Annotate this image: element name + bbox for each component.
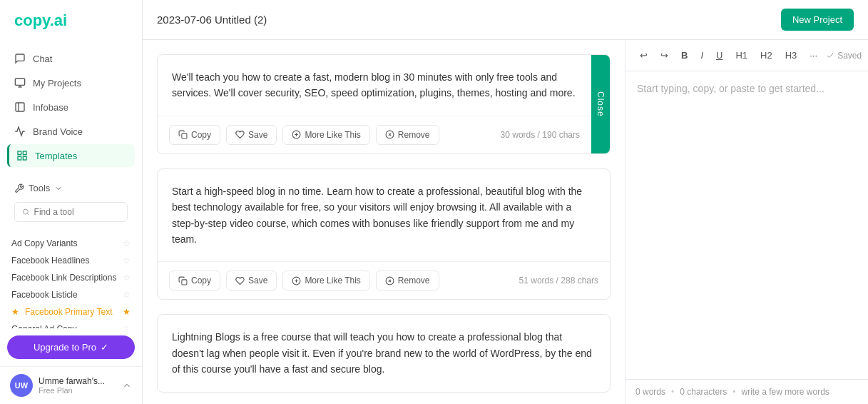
- sidebar-item-chat[interactable]: Chat: [7, 47, 135, 70]
- svg-rect-0: [15, 79, 24, 85]
- projects-icon: [14, 77, 26, 89]
- tools-icon: [14, 183, 24, 193]
- redo-button[interactable]: ↪: [656, 47, 673, 64]
- svg-rect-7: [18, 156, 21, 160]
- tool-label: Ad Copy Variants: [11, 238, 78, 248]
- svg-rect-6: [23, 151, 26, 155]
- tool-search[interactable]: [14, 202, 128, 222]
- remove-icon: [385, 276, 394, 286]
- saved-indicator: Saved: [826, 51, 862, 61]
- sidebar-item-infobase[interactable]: Infobase: [7, 96, 135, 118]
- tools-header[interactable]: Tools: [7, 178, 135, 198]
- svg-rect-18: [182, 280, 187, 285]
- h1-button[interactable]: H1: [731, 47, 752, 64]
- result-text-2: Start a high-speed blog in no time. Lear…: [158, 169, 610, 262]
- copy-label: Copy: [191, 276, 211, 286]
- word-count-2: 51 words / 288 chars: [519, 276, 598, 286]
- star-icon[interactable]: ☆: [123, 256, 131, 266]
- sidebar-item-templates[interactable]: Templates: [7, 144, 135, 167]
- chevron-up-down-icon: [122, 380, 132, 390]
- heart-icon: [235, 276, 245, 286]
- result-text-3: Lightning Blogs is a free course that wi…: [158, 315, 610, 391]
- svg-rect-3: [16, 103, 24, 111]
- editor-footer: 0 words • 0 characters • write a few mor…: [626, 379, 868, 404]
- tool-label: ★ Facebook Primary Text: [11, 307, 113, 317]
- save-button-1[interactable]: Save: [226, 125, 277, 145]
- word-count-1: 30 words / 190 chars: [501, 130, 580, 140]
- redo-icon: ↪: [660, 50, 668, 61]
- logo-accent: .ai: [50, 11, 67, 29]
- avatar: UW: [10, 374, 33, 397]
- star-icon[interactable]: ☆: [123, 324, 131, 328]
- result-actions-1: Copy Save More Like This Remove: [158, 116, 591, 153]
- user-profile[interactable]: UW Umme farwah's... Free Plan: [0, 366, 142, 404]
- brand-icon: [14, 126, 26, 137]
- remove-button-1[interactable]: Remove: [376, 125, 439, 145]
- tool-item-facebook-headlines[interactable]: Facebook Headlines ☆: [6, 252, 136, 269]
- check-icon: ✓: [101, 342, 108, 353]
- star-icon[interactable]: ☆: [123, 273, 131, 283]
- sidebar-item-templates-label: Templates: [35, 151, 77, 161]
- italic-button[interactable]: I: [696, 47, 708, 64]
- copy-button-1[interactable]: Copy: [169, 125, 220, 145]
- h3-button[interactable]: H3: [781, 47, 802, 64]
- saved-label: Saved: [837, 51, 862, 61]
- tool-item-ad-copy-variants[interactable]: Ad Copy Variants ☆: [6, 235, 136, 252]
- tool-label: Facebook Headlines: [11, 256, 89, 266]
- chevron-down-icon: [54, 184, 63, 193]
- remove-button-2[interactable]: Remove: [376, 271, 439, 291]
- star-filled-icon: ★: [11, 307, 19, 317]
- user-plan: Free Plan: [39, 386, 116, 395]
- result-text-1: We'll teach you how to create a fast, mo…: [158, 55, 591, 116]
- tools-section: Tools: [0, 173, 142, 232]
- results-panel: We'll teach you how to create a fast, mo…: [143, 40, 626, 404]
- sidebar-item-my-projects[interactable]: My Projects: [7, 71, 135, 94]
- tool-item-facebook-listicle[interactable]: Facebook Listicle ☆: [6, 286, 136, 303]
- more-like-this-button-1[interactable]: More Like This: [282, 125, 369, 145]
- tools-label: Tools: [29, 183, 50, 193]
- logo-text: copy: [14, 11, 50, 29]
- more-like-this-label: More Like This: [305, 130, 360, 140]
- star-icon[interactable]: ☆: [123, 290, 131, 300]
- sidebar: copy.ai Chat My Projects Infobase Brand …: [0, 0, 143, 404]
- h2-button[interactable]: H2: [756, 47, 777, 64]
- sidebar-item-brand-voice[interactable]: Brand Voice: [7, 120, 135, 143]
- content-area: We'll teach you how to create a fast, mo…: [143, 40, 868, 404]
- result-card-inner: We'll teach you how to create a fast, mo…: [158, 55, 591, 153]
- star-icon[interactable]: ★: [123, 307, 131, 317]
- new-project-button[interactable]: New Project: [781, 9, 854, 31]
- remove-label: Remove: [398, 276, 430, 286]
- copy-button-2[interactable]: Copy: [169, 271, 220, 291]
- check-icon: [826, 51, 834, 60]
- chat-icon: [14, 53, 26, 64]
- tool-item-facebook-primary[interactable]: ★ Facebook Primary Text ★: [6, 303, 136, 320]
- tool-item-facebook-link[interactable]: Facebook Link Descriptions ☆: [6, 269, 136, 286]
- editor-body[interactable]: Start typing, copy, or paste to get star…: [626, 71, 868, 379]
- plus-circle-icon: [292, 276, 301, 286]
- tool-name: Facebook Primary Text: [25, 307, 113, 317]
- result-actions-2: Copy Save More Like This Remove 51 wor: [158, 261, 610, 299]
- underline-button[interactable]: U: [712, 47, 727, 64]
- svg-point-9: [23, 209, 28, 214]
- bold-button[interactable]: B: [677, 47, 692, 64]
- upgrade-label: Upgrade to Pro: [34, 342, 96, 353]
- editor-toolbar: ↩ ↪ B I U H1 H2 H3 ··· Saved: [626, 40, 868, 71]
- sidebar-item-my-projects-label: My Projects: [33, 78, 81, 89]
- more-like-this-button-2[interactable]: More Like This: [282, 271, 369, 291]
- sidebar-item-infobase-label: Infobase: [33, 102, 68, 113]
- dot-separator-1: •: [671, 387, 674, 397]
- star-icon[interactable]: ☆: [123, 238, 131, 248]
- sidebar-item-brand-voice-label: Brand Voice: [33, 126, 83, 137]
- save-label: Save: [248, 276, 267, 286]
- close-label: Close: [596, 91, 606, 117]
- search-input[interactable]: [34, 207, 120, 217]
- more-toolbar-button[interactable]: ···: [805, 47, 822, 64]
- result-card-3: Lightning Blogs is a free course that wi…: [157, 314, 611, 392]
- undo-button[interactable]: ↩: [635, 47, 652, 64]
- more-like-this-label: More Like This: [305, 276, 360, 286]
- tool-item-general-ad-copy[interactable]: General Ad Copy ☆: [6, 320, 136, 328]
- upgrade-button[interactable]: Upgrade to Pro ✓: [7, 335, 135, 359]
- result-card-2: Start a high-speed blog in no time. Lear…: [157, 168, 611, 301]
- close-tab[interactable]: Close: [591, 55, 610, 153]
- save-button-2[interactable]: Save: [226, 271, 277, 291]
